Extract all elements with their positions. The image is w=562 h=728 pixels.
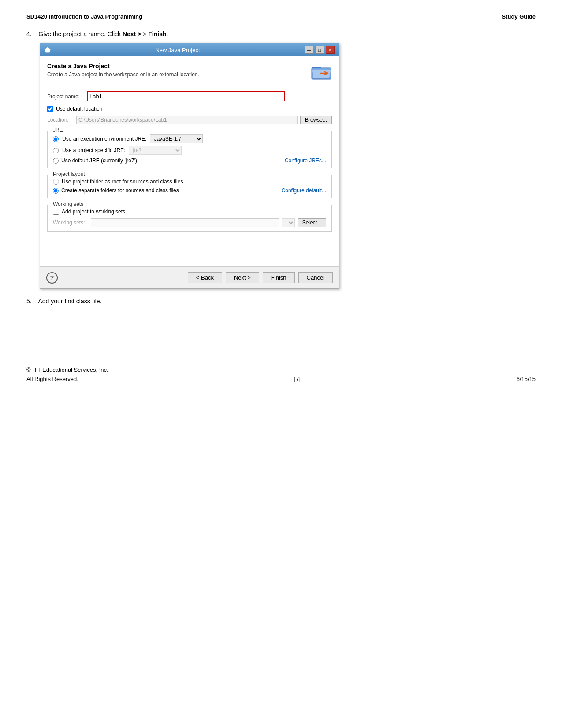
page-header: SD1420 Introduction to Java Programming … xyxy=(26,13,536,20)
footer-rights: All Rights Reserved. xyxy=(26,376,78,382)
use-default-location-row: Use default location xyxy=(47,106,332,112)
minimize-button[interactable]: — xyxy=(305,46,313,54)
jre-option1-radio[interactable] xyxy=(53,136,59,142)
project-layout-title: Project layout xyxy=(51,171,87,177)
footer-copyright: © ITT Educational Services, Inc. xyxy=(26,366,536,373)
location-label: Location: xyxy=(47,117,74,123)
step-5: 5. Add your first class file. xyxy=(26,298,536,305)
dialog-title-text: New Java Project xyxy=(51,47,305,53)
add-working-sets-checkbox[interactable] xyxy=(53,209,59,215)
jre-option1-select[interactable]: JavaSE-1.7 xyxy=(150,134,203,143)
footer-buttons: < Back Next > Finish Cancel xyxy=(188,272,333,283)
working-sets-field: Working sets: Select... xyxy=(53,218,326,227)
footer-page: [7] xyxy=(78,376,517,382)
project-name-row: Project name: xyxy=(47,91,332,101)
step-5-number: 5. xyxy=(26,298,32,305)
use-default-location-label: Use default location xyxy=(56,106,102,112)
jre-option2-radio[interactable] xyxy=(53,148,59,153)
jre-option1-label: Use an execution environment JRE: xyxy=(62,136,146,142)
working-sets-input[interactable] xyxy=(91,218,279,227)
layout-option2-radio[interactable] xyxy=(53,188,59,194)
layout-option1-row: Use project folder as root for sources a… xyxy=(53,179,326,185)
dialog-footer: ? < Back Next > Finish Cancel xyxy=(40,266,339,288)
jre-section: JRE Use an execution environment JRE: Ja… xyxy=(47,131,332,168)
cancel-button[interactable]: Cancel xyxy=(298,272,333,283)
header-left: SD1420 Introduction to Java Programming xyxy=(26,13,142,20)
dialog-create-subtitle: Create a Java project in the workspace o… xyxy=(47,71,199,78)
working-sets-title: Working sets xyxy=(51,201,85,207)
step-4-bold2: Finish xyxy=(148,30,166,37)
step-5-text: 5. Add your first class file. xyxy=(26,298,536,305)
configure-default-link[interactable]: Configure default... xyxy=(282,187,326,194)
browse-button[interactable]: Browse... xyxy=(300,116,332,124)
working-sets-label: Working sets: xyxy=(53,220,88,226)
dialog-header-section: Create a Java Project Create a Java proj… xyxy=(40,56,339,85)
dialog-titlebar: ⬟ New Java Project — □ ✕ xyxy=(40,43,339,56)
step-4-number: 4. xyxy=(26,30,32,37)
footer-bottom: All Rights Reserved. [7] 6/15/15 xyxy=(26,376,536,382)
close-button[interactable]: ✕ xyxy=(326,46,335,54)
step-4-text: 4. Give the project a name. Click Next >… xyxy=(26,30,536,37)
dialog-spacer xyxy=(47,238,332,260)
back-button[interactable]: < Back xyxy=(188,272,222,283)
maximize-button[interactable]: □ xyxy=(315,46,324,54)
working-sets-section: Working sets Add project to working sets… xyxy=(47,205,332,232)
finish-button[interactable]: Finish xyxy=(263,272,295,283)
location-input[interactable] xyxy=(76,116,298,124)
step-4-desc: Give the project a name. Click Next > > … xyxy=(38,30,168,37)
step-5-desc: Add your first class file. xyxy=(38,298,101,305)
layout-option2-label: Create separate folders for sources and … xyxy=(61,187,179,194)
jre-option3-label: Use default JRE (currently 'jre7') xyxy=(61,157,137,164)
header-right: Study Guide xyxy=(502,13,536,20)
project-name-input[interactable] xyxy=(87,91,285,101)
page-footer: © ITT Educational Services, Inc. All Rig… xyxy=(26,358,536,382)
select-button[interactable]: Select... xyxy=(298,218,326,227)
layout-option1-label: Use project folder as root for sources a… xyxy=(62,179,183,185)
titlebar-buttons: — □ ✕ xyxy=(305,46,335,54)
dialog-content: Project name: Use default location Locat… xyxy=(40,85,339,266)
jre-section-title: JRE xyxy=(51,127,65,133)
jre-option2-row: Use a project specific JRE: jre7 xyxy=(53,146,326,155)
dialog-create-title: Create a Java Project xyxy=(47,63,199,70)
new-java-project-dialog: ⬟ New Java Project — □ ✕ Create a Java P… xyxy=(40,43,339,289)
configure-jres-link[interactable]: Configure JREs... xyxy=(285,157,326,164)
layout-option1-radio[interactable] xyxy=(53,179,59,185)
footer-date: 6/15/15 xyxy=(517,376,536,382)
folder-icon xyxy=(311,63,332,80)
layout-option2-row: Create separate folders for sources and … xyxy=(53,187,326,194)
dialog-title-icon: ⬟ xyxy=(45,46,51,54)
svg-marker-4 xyxy=(312,70,331,78)
step-4: 4. Give the project a name. Click Next >… xyxy=(26,30,536,289)
project-name-label: Project name: xyxy=(47,93,87,100)
add-working-sets-row: Add project to working sets xyxy=(53,209,326,215)
jre-option2-label: Use a project specific JRE: xyxy=(62,147,125,153)
add-working-sets-label: Add project to working sets xyxy=(62,209,125,215)
step-4-bold: Next > xyxy=(123,30,141,37)
working-sets-dropdown[interactable] xyxy=(282,218,295,227)
dialog-body: Create a Java Project Create a Java proj… xyxy=(40,56,339,266)
jre-option3-row: Use default JRE (currently 'jre7') Confi… xyxy=(53,157,326,164)
help-button[interactable]: ? xyxy=(46,272,58,284)
next-button[interactable]: Next > xyxy=(226,272,259,283)
jre-option2-select[interactable]: jre7 xyxy=(129,146,182,155)
dialog-header-text: Create a Java Project Create a Java proj… xyxy=(47,63,199,78)
jre-option1-row: Use an execution environment JRE: JavaSE… xyxy=(53,134,326,143)
jre-option3-radio[interactable] xyxy=(53,158,59,164)
use-default-location-checkbox[interactable] xyxy=(47,106,53,112)
project-layout-section: Project layout Use project folder as roo… xyxy=(47,175,332,198)
location-row: Location: Browse... xyxy=(47,116,332,124)
